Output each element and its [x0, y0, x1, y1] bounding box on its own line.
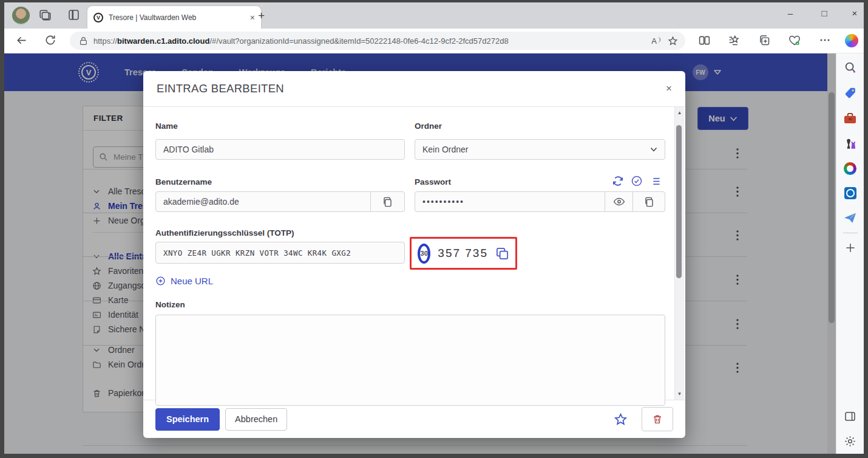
- collections-icon[interactable]: [758, 34, 771, 47]
- sidebar-divider: [843, 233, 858, 233]
- password-options-icon[interactable]: [649, 176, 661, 187]
- address-bar[interactable]: https://bitwarden.c1.adito.cloud/#/vault…: [70, 32, 685, 50]
- back-icon[interactable]: [15, 34, 28, 47]
- sidebar-toolbox-icon[interactable]: [843, 112, 857, 125]
- copy-password-button[interactable]: [632, 192, 665, 211]
- close-window-button[interactable]: ×: [846, 8, 864, 18]
- star-icon: [614, 412, 628, 426]
- url-path: /#/vault?organizationId=unassigned&itemI…: [209, 36, 508, 46]
- tab-title: Tresore | Vaultwarden Web: [109, 13, 245, 22]
- browser-toolbar: https://bitwarden.c1.adito.cloud/#/vault…: [4, 29, 864, 53]
- modal-title: EINTRAG BEARBEITEN: [157, 82, 284, 95]
- lock-icon[interactable]: [80, 36, 87, 46]
- sidebar-add-icon[interactable]: [844, 242, 856, 254]
- name-field-wrap: [155, 139, 405, 160]
- eye-icon: [613, 196, 625, 208]
- workspaces-icon[interactable]: [38, 9, 52, 22]
- password-input[interactable]: [415, 197, 605, 207]
- copy-totp-button[interactable]: [495, 247, 509, 261]
- browser-window: V Tresore | Vaultwarden Web × + – □ × ht…: [4, 2, 864, 454]
- check-password-icon[interactable]: [631, 175, 643, 187]
- copilot-icon[interactable]: [845, 34, 858, 47]
- chevron-down-icon: [650, 147, 657, 152]
- delete-button[interactable]: [642, 407, 673, 431]
- notes-label: Notizen: [155, 300, 185, 309]
- password-field-wrap: [415, 191, 665, 212]
- add-url-link[interactable]: Neue URL: [155, 276, 213, 286]
- tab-favicon-icon: V: [93, 13, 103, 22]
- copy-username-button[interactable]: [370, 192, 404, 211]
- trash-icon: [652, 414, 663, 425]
- regenerate-password-icon[interactable]: [612, 175, 624, 187]
- password-label: Passwort: [415, 177, 451, 186]
- close-icon[interactable]: ×: [666, 83, 672, 95]
- url-host: bitwarden.c1.adito.cloud: [117, 36, 209, 46]
- username-field-wrap: [155, 191, 405, 212]
- plus-circle-icon: [155, 276, 166, 286]
- totp-label: Authentifizierungsschlüssel (TOTP): [155, 228, 294, 238]
- sidebar-drop-icon[interactable]: [843, 211, 857, 224]
- sidebar-panel-icon[interactable]: [844, 410, 856, 423]
- modal-scrollbar-thumb[interactable]: [676, 125, 682, 278]
- totp-countdown-ring: 30: [418, 244, 430, 264]
- sidebar-games-icon[interactable]: [843, 137, 857, 150]
- browser-tab[interactable]: V Tresore | Vaultwarden Web ×: [87, 6, 261, 29]
- bookmark-star-icon[interactable]: [668, 36, 678, 46]
- url-scheme: https://: [93, 36, 117, 46]
- split-screen-icon[interactable]: [698, 34, 711, 47]
- sidebar-search-icon[interactable]: [844, 61, 857, 74]
- copy-icon: [495, 247, 509, 261]
- edit-item-modal: EINTRAG BEARBEITEN × Name Ordner Kein Or…: [143, 71, 685, 438]
- favorite-star-button[interactable]: [614, 412, 628, 426]
- totp-field-wrap: [155, 242, 405, 264]
- vaultwarden-page: V Tresore Senden Werkzeuge Berichte FW F…: [4, 53, 836, 454]
- copy-icon: [643, 196, 655, 208]
- save-button[interactable]: Speichern: [155, 408, 220, 431]
- sidebar-m365-icon[interactable]: [844, 162, 856, 175]
- username-input[interactable]: [156, 197, 370, 207]
- minimize-button[interactable]: –: [781, 8, 799, 18]
- sidebar-settings-icon[interactable]: [844, 435, 856, 448]
- more-menu-icon[interactable]: [819, 37, 830, 43]
- name-input[interactable]: [156, 145, 404, 154]
- favorites-icon[interactable]: [728, 34, 741, 47]
- tab-close-icon[interactable]: ×: [250, 13, 255, 22]
- sidebar-outlook-icon[interactable]: [844, 187, 856, 199]
- maximize-button[interactable]: □: [815, 8, 833, 18]
- browser-essentials-icon[interactable]: [788, 34, 801, 47]
- new-tab-button[interactable]: +: [258, 9, 265, 22]
- username-label: Benutzername: [155, 177, 212, 186]
- reload-icon[interactable]: [44, 34, 56, 46]
- notes-textarea[interactable]: [155, 315, 665, 406]
- name-label: Name: [155, 121, 178, 131]
- read-aloud-icon[interactable]: A: [651, 36, 657, 46]
- toggle-password-visibility-button[interactable]: [605, 192, 632, 211]
- scroll-up-icon[interactable]: ▲: [675, 110, 684, 115]
- folder-label: Ordner: [415, 121, 442, 131]
- vertical-tabs-icon[interactable]: [67, 9, 80, 21]
- copy-icon: [382, 196, 393, 208]
- folder-selected-value: Kein Ordner: [422, 145, 468, 154]
- cancel-button[interactable]: Abbrechen: [225, 408, 287, 431]
- folder-select[interactable]: Kein Ordner: [415, 139, 665, 160]
- totp-highlight-box: 30 357 735: [410, 237, 517, 270]
- profile-avatar[interactable]: [12, 7, 30, 24]
- sidebar-shopping-icon[interactable]: [844, 86, 857, 100]
- edge-sidebar: [836, 53, 864, 454]
- modal-body: Name Ordner Kein Ordner Benutzername: [143, 107, 685, 400]
- modal-scrollbar[interactable]: ▲ ▼: [674, 107, 684, 400]
- add-url-label: Neue URL: [171, 276, 213, 286]
- totp-input[interactable]: [156, 248, 404, 258]
- totp-code: 357 735: [438, 247, 488, 260]
- url-text: https://bitwarden.c1.adito.cloud/#/vault…: [93, 36, 651, 46]
- tab-strip: V Tresore | Vaultwarden Web × + – □ ×: [4, 2, 864, 29]
- scroll-down-icon[interactable]: ▼: [675, 391, 684, 397]
